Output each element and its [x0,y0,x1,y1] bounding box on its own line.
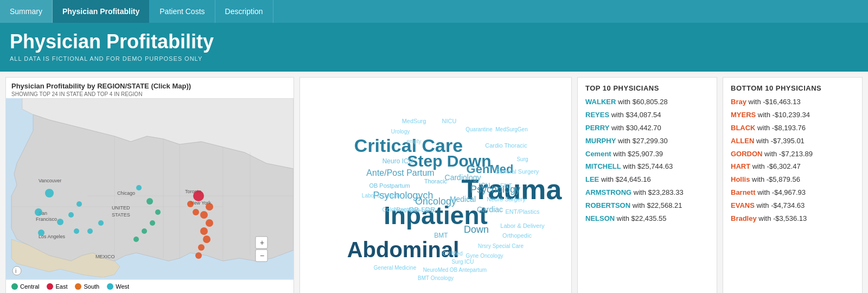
word-cloud-word: Gyne Oncology [466,253,503,259]
tab-description[interactable]: Description [215,0,273,23]
word-cloud-word: Cardiac [477,205,503,214]
word-cloud-word: Thoracic [424,178,447,184]
physician-value: with -$10,239.34 [756,111,810,119]
word-cloud-word: Orthopedic [502,232,532,239]
legend-east: East [47,283,67,290]
word-cloud-word: MedSurg [402,118,426,124]
word-cloud-word: OB Postpartum [369,182,410,189]
legend-west-dot [107,283,113,290]
physician-name: LEE [585,175,599,183]
physician-name: NELSON [585,214,615,222]
svg-point-34 [206,203,213,211]
word-cloud-word: Cardio Thoracic [485,142,527,149]
legend-east-label: East [55,283,67,290]
page-subtitle: ALL DATA IS FICTIONAL AND FOR DEMO PURPO… [10,55,858,62]
physician-name: Bray [731,98,746,106]
word-cloud-word: Cardiology [445,173,481,182]
physician-value: with $27,299.30 [616,137,667,145]
map-title: Physician Profitability by REGION/STATE … [11,82,288,90]
word-cloud-word: Labor & Deepak [362,193,401,199]
svg-text:Francisco: Francisco [36,216,57,222]
svg-point-32 [133,237,139,242]
word-cloud-word: ICU [479,182,490,189]
bottom-physician-row: BLACK with -$8,193.76 [731,124,854,133]
word-cloud-word: Ante/Post Partum [366,168,434,178]
physician-value: with $24,645.16 [599,175,650,183]
physician-name: Hollis [731,175,750,183]
legend-west: West [107,283,129,290]
word-cloud-word: Labor & Delivery [500,222,544,229]
top-physician-row: ARMSTRONG with $23,283.33 [585,188,709,198]
svg-point-23 [136,185,142,190]
word-cloud-word: NICU [442,118,457,124]
word-cloud-word: Quarantine [465,126,492,132]
physician-value: with -$7,395.01 [754,137,805,145]
physician-name: WALKER [585,98,616,106]
svg-point-26 [76,201,82,207]
top-physicians-title: TOP 10 PHYSICIANS [585,84,709,92]
physician-value: with -$3,536.13 [757,214,807,222]
top-physician-row: Cement with $25,907.39 [585,150,709,159]
physician-value: with -$4,967.93 [756,188,806,196]
bottom-physician-row: EVANS with -$4,734.63 [731,201,854,211]
tab-physician-profitability[interactable]: Physician Profitablity [53,0,150,23]
svg-point-39 [198,244,205,251]
word-cloud-word: Urology [391,128,410,134]
svg-point-35 [200,211,208,219]
top-physician-row: REYES with $34,087.54 [585,111,709,120]
word-cloud-word: Medical [450,195,476,203]
tab-bar: Summary Physician Profitablity Patient C… [0,0,868,23]
physician-value: with $30,442.70 [609,124,661,132]
physician-name: Cement [585,150,611,158]
svg-text:−: − [260,251,264,260]
svg-point-36 [206,219,213,227]
word-cloud-word: MedSurgGen [495,126,527,132]
word-cloud-word: Abdominal [347,237,459,262]
top-physician-row: WALKER with $60,805.28 [585,98,709,107]
svg-text:Vancouver: Vancouver [39,178,61,183]
physician-value: with $23,283.33 [631,188,683,196]
physician-value: with $22,435.55 [615,214,666,222]
bottom-physician-row: HART with -$6,302.47 [731,162,854,171]
bottom-physicians-items: Bray with -$16,463.13MYERS with -$10,239… [731,98,854,224]
map-section: Physician Profitability by REGION/STATE … [5,77,294,293]
top-physician-row: PERRY with $30,442.70 [585,124,709,133]
wordcloud-container: TraumaInpatientAbdominalCritical CareSte… [300,85,571,286]
svg-point-47 [12,266,21,275]
physician-name: Bradley [731,214,757,222]
tab-patient-costs[interactable]: Patient Costs [150,0,215,23]
map-svg: Vancouver Chicago UNITED STATES San Fran… [6,98,293,277]
svg-point-40 [195,252,202,259]
tab-summary[interactable]: Summary [0,0,53,23]
word-cloud-word: General Surgery [495,168,539,175]
svg-point-33 [193,190,204,201]
word-cloud-word: Down [464,224,489,235]
physician-value: with -$6,302.47 [750,162,801,170]
legend-central-dot [11,283,18,290]
map-container[interactable]: Vancouver Chicago UNITED STATES San Fran… [6,98,293,279]
legend-south: South [75,283,99,290]
bottom-physician-row: MYERS with -$10,239.34 [731,111,854,120]
bottom-physicians-list: BOTTOM 10 PHYSICIANS Bray with -$16,463.… [723,77,863,293]
physician-value: with -$8,193.76 [756,124,806,132]
physician-name: MURPHY [585,137,616,145]
legend-south-label: South [84,283,99,290]
physician-name: REYES [585,111,609,119]
physician-name: EVANS [731,201,755,209]
svg-point-22 [68,212,74,218]
svg-text:UNITED: UNITED [112,205,130,211]
physician-name: HART [731,162,750,170]
word-cloud-word: ENT [500,182,512,189]
word-cloud-word: Neuro ICU [382,157,413,165]
svg-point-18 [45,189,54,198]
svg-point-25 [98,220,104,226]
svg-point-41 [187,201,194,207]
physician-lists: TOP 10 PHYSICIANS WALKER with $60,805.28… [577,77,863,293]
svg-point-19 [35,208,42,216]
page-header: Physician Profitability ALL DATA IS FICT… [0,23,868,72]
physician-value: with $25,907.39 [611,150,663,158]
physician-value: with -$7,213.89 [763,150,813,158]
top-physician-row: ROBERTSON with $22,568.21 [585,201,709,211]
word-cloud-word: Nrsry Special Care [478,243,524,249]
physician-value: with -$4,734.63 [755,201,805,209]
